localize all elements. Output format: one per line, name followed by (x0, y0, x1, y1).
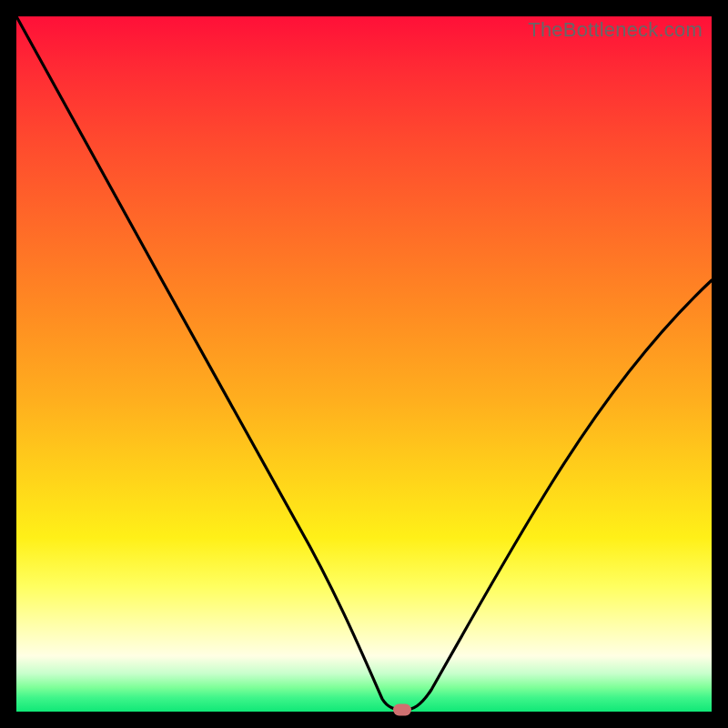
optimal-point-marker (393, 703, 411, 715)
chart-frame: TheBottleneck.com (0, 0, 728, 728)
bottleneck-curve (16, 16, 712, 712)
plot-area: TheBottleneck.com (16, 16, 712, 712)
curve-path (16, 16, 712, 710)
